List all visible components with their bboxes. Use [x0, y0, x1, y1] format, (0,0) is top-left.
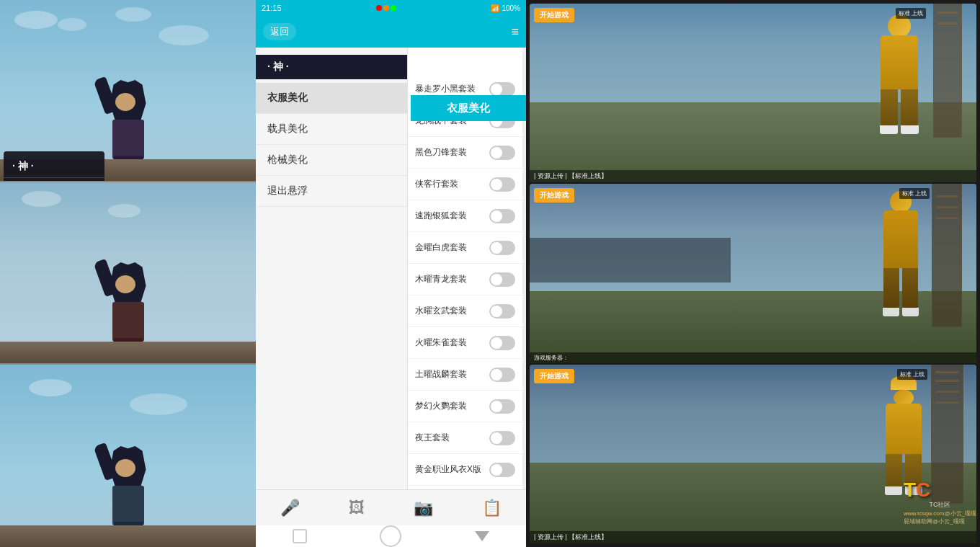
- watermark-tc: TC: [904, 480, 976, 500]
- status-bar: 21:15 📶 100%: [256, 0, 526, 16]
- game-info-bar-1: | 资源上传 | 【标准上线】: [530, 170, 976, 182]
- mid-menu-item-gun[interactable]: 枪械美化: [256, 145, 407, 176]
- notification-icons: [376, 5, 396, 11]
- toggle-item-13: 至尊金龙套装: [408, 486, 522, 489]
- mid-content: 衣服美化 · 神 · 衣服美化 载具美化 枪械美化 退出悬浮 暴走罗小黑套装龙腾…: [256, 48, 526, 489]
- game-start-btn-3[interactable]: 开始游戏: [534, 369, 574, 383]
- shoe-l: [885, 486, 902, 495]
- mic-icon[interactable]: 🎤: [280, 499, 300, 517]
- bottom-nav: 🎤 🖼 📷 📋: [256, 489, 526, 525]
- gold-leg-l: [886, 454, 902, 486]
- home-circle-btn[interactable]: [380, 525, 401, 547]
- tower-1: [933, 4, 962, 138]
- gold-leg-l: [883, 268, 899, 308]
- game-overlay-1: 标准 上线: [896, 8, 926, 19]
- home-square-btn[interactable]: [293, 529, 307, 543]
- toggle-item-2: 黑色刀锋套装: [408, 137, 522, 169]
- watermark-site: www.tcsqw.com@小云_嘎嘎: [904, 510, 976, 517]
- game-card-2: 开始游戏 标准 上线 游戏服务器：: [530, 184, 976, 363]
- gold-leg-r: [902, 268, 918, 308]
- gold-legs-1: [881, 89, 918, 125]
- image-icon[interactable]: 🖼: [349, 499, 365, 517]
- left-section-mid: 13:35:15: [0, 182, 256, 365]
- game-info-bar-3: | 资源上传 | 【标准上线】: [530, 531, 976, 543]
- anime-scene-mid: [0, 182, 256, 363]
- mid-menu-item-vehicle[interactable]: 载具美化: [256, 114, 407, 145]
- status-icons: 📶 100%: [491, 4, 520, 12]
- cloud: [29, 379, 72, 396]
- menu-section-title: · 神 ·: [256, 55, 407, 79]
- left-section-top: · 神 · 衣服美化 开启 载具美化 枪械美化 退出悬浮: [0, 0, 256, 182]
- toggle-item-11: 夜王套装: [408, 422, 522, 454]
- game-bg-1: 开始游戏 标准 上线 | 资源上传 | 【标准上线】: [530, 4, 976, 182]
- shoe-l: [880, 125, 898, 134]
- game-start-btn-1[interactable]: 开始游戏: [534, 8, 574, 22]
- toggle-item-9: 土曜战麟套装: [408, 359, 522, 391]
- game-bg-2: 开始游戏 标准 上线 游戏服务器：: [530, 184, 976, 363]
- clipboard-icon[interactable]: 📋: [482, 499, 502, 517]
- toggle-label-7: 水曜玄武套装: [415, 306, 485, 317]
- cloud: [14, 11, 58, 29]
- gold-character-3: [885, 375, 922, 495]
- home-back-btn[interactable]: [475, 531, 489, 541]
- toggle-switch-10[interactable]: [489, 399, 515, 414]
- gold-leg-l: [881, 89, 898, 125]
- tower-detail: [937, 22, 958, 25]
- tower-2: [932, 184, 962, 327]
- gold-character-1: [880, 14, 919, 134]
- game-overlay-3: 标准 上线: [897, 369, 927, 380]
- char-face: [115, 275, 135, 293]
- shoe-r: [901, 125, 919, 134]
- char-face: [115, 93, 135, 111]
- notif-orange: [383, 5, 389, 11]
- tower-detail: [935, 401, 959, 404]
- tower-detail: [935, 380, 959, 382]
- toggle-label-12: 黄金职业风衣X版: [415, 464, 485, 476]
- toggle-item-3: 侠客行套装: [408, 169, 522, 200]
- back-button[interactable]: 返回: [263, 23, 296, 40]
- toggle-label-11: 夜王套装: [415, 432, 485, 444]
- toggle-switch-3[interactable]: [489, 177, 515, 192]
- tc-letter-c: C: [916, 479, 930, 501]
- mid-menu-item-clothes[interactable]: 衣服美化: [256, 83, 407, 114]
- middle-panel: 21:15 📶 100% 返回 ≡ 衣服美化 · 神 · 衣服美化 载具美化 枪…: [256, 0, 526, 547]
- toggle-label-3: 侠客行套装: [415, 179, 485, 190]
- char-face: [115, 459, 135, 477]
- char-torso: [112, 486, 144, 525]
- tc-letter-t: T: [904, 479, 916, 501]
- game-info-1: 标准 上线: [899, 10, 923, 17]
- toggle-switch-11[interactable]: [489, 431, 515, 445]
- toggle-label-9: 土曜战麟套装: [415, 369, 485, 381]
- toggle-switch-5[interactable]: [489, 241, 515, 255]
- gold-body-1: [881, 35, 918, 89]
- notif-green: [391, 5, 396, 11]
- mid-menu-item-exit[interactable]: 退出悬浮: [256, 176, 407, 207]
- home-indicator: [256, 525, 526, 547]
- left-menu-overlay: · 神 · 衣服美化 开启 载具美化 枪械美化 退出悬浮: [4, 151, 104, 182]
- watermark: TC TC社区 www.tcsqw.com@小云_嘎嘎 屁域辅助网@小云_嘎嘎: [904, 480, 976, 525]
- tower-detail: [937, 12, 958, 14]
- toggle-switch-8[interactable]: [489, 336, 515, 350]
- toggle-switch-9[interactable]: [489, 368, 515, 382]
- nav-menu-icon[interactable]: ≡: [511, 25, 519, 40]
- toggle-item-8: 火曜朱雀套装: [408, 327, 522, 359]
- toggle-label-8: 火曜朱雀套装: [415, 337, 485, 349]
- toggle-switch-2[interactable]: [489, 146, 515, 160]
- toggle-switch-0[interactable]: [489, 82, 515, 97]
- toggle-switch-12[interactable]: [489, 463, 515, 477]
- toggle-item-6: 木曜青龙套装: [408, 264, 522, 295]
- toggle-switch-7[interactable]: [489, 304, 515, 319]
- battery-icon: 100%: [502, 4, 520, 12]
- gold-shoes-2: [883, 308, 919, 316]
- game-start-btn-2[interactable]: 开始游戏: [534, 188, 574, 203]
- tower-detail: [936, 217, 958, 219]
- cloud: [58, 18, 86, 31]
- right-side-header-text: 衣服美化: [447, 102, 490, 115]
- left-section-bot: [0, 365, 256, 547]
- tower-detail: [936, 206, 958, 208]
- cloud: [108, 204, 141, 218]
- cloud: [22, 191, 61, 207]
- toggle-switch-4[interactable]: [489, 209, 515, 223]
- camera-icon[interactable]: 📷: [414, 499, 433, 517]
- toggle-switch-6[interactable]: [489, 272, 515, 287]
